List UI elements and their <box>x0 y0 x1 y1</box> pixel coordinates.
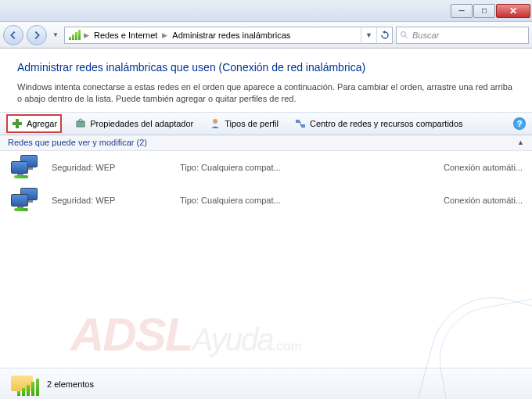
svg-rect-8 <box>301 124 305 128</box>
svg-line-1 <box>405 35 408 38</box>
svg-line-9 <box>300 121 301 126</box>
chevron-right-icon: ▶ <box>160 31 169 39</box>
forward-button[interactable] <box>27 25 47 45</box>
search-placeholder: Buscar <box>412 31 439 40</box>
adapter-icon <box>74 117 87 130</box>
add-label: Agregar <box>27 119 57 128</box>
connection-value: Conexión automáti... <box>347 196 523 205</box>
close-button[interactable]: ✕ <box>496 4 530 18</box>
breadcrumb-current[interactable]: Administrar redes inalámbricas <box>169 31 293 40</box>
type-value: Cualquiera compat... <box>201 196 281 205</box>
status-count: 2 elementos <box>47 379 94 389</box>
list-item[interactable]: Seguridad: WEP Tipo: Cualquiera compat..… <box>0 151 532 184</box>
address-dropdown[interactable]: ▼ <box>361 27 376 43</box>
titlebar: ─ □ ✕ <box>0 0 532 22</box>
refresh-button[interactable] <box>376 27 392 43</box>
page-title: Administrar redes inalámbricas que usen … <box>17 61 515 74</box>
minimize-button[interactable]: ─ <box>451 4 473 18</box>
network-icon <box>294 117 307 130</box>
network-center-button[interactable]: Centro de redes y recursos compartidos <box>291 116 466 131</box>
collapse-icon[interactable]: ▲ <box>517 138 524 146</box>
toolbar: Agregar Propiedades del adaptador Tipos … <box>0 112 532 135</box>
breadcrumb-parent[interactable]: Redes e Internet <box>91 31 160 40</box>
adapter-label: Propiedades del adaptador <box>90 119 193 128</box>
plus-icon <box>11 117 23 130</box>
page-description: Windows intenta conectarse a estas redes… <box>17 81 515 106</box>
type-value: Cualquiera compat... <box>201 163 281 172</box>
navbar: ▼ ▶ Redes e Internet ▶ Administrar redes… <box>0 22 532 49</box>
center-label: Centro de redes y recursos compartidos <box>310 119 463 128</box>
status-bar: 2 elementos <box>0 368 532 399</box>
page-header: Administrar redes inalámbricas que usen … <box>0 49 532 112</box>
search-icon <box>400 31 409 40</box>
network-list: ADSLAyuda.com Seguridad: WEP Tipo: Cualq… <box>0 151 532 354</box>
folder-signal-icon <box>9 372 38 396</box>
security-value: WEP <box>95 196 115 205</box>
search-input[interactable]: Buscar <box>396 27 529 44</box>
security-value: WEP <box>95 163 115 172</box>
back-button[interactable] <box>3 25 23 45</box>
chevron-right-icon: ▶ <box>82 31 91 39</box>
signal-icon <box>66 27 82 43</box>
nav-history-dropdown[interactable]: ▼ <box>50 27 61 43</box>
list-item[interactable]: Seguridad: WEP Tipo: Cualquiera compat..… <box>0 184 532 217</box>
network-computers-icon <box>9 186 41 214</box>
help-button[interactable]: ? <box>513 117 526 130</box>
svg-rect-3 <box>13 122 22 125</box>
maximize-button[interactable]: □ <box>473 4 495 18</box>
group-label: Redes que puede ver y modificar (2) <box>8 138 147 147</box>
adapter-properties-button[interactable]: Propiedades del adaptador <box>71 116 196 131</box>
address-bar[interactable]: ▶ Redes e Internet ▶ Administrar redes i… <box>64 27 393 44</box>
profile-types-button[interactable]: Tipos de perfil <box>206 116 282 131</box>
connection-value: Conexión automáti... <box>347 163 523 172</box>
add-button[interactable]: Agregar <box>6 114 62 133</box>
user-icon <box>209 117 221 130</box>
profile-label: Tipos de perfil <box>225 119 279 128</box>
group-header[interactable]: Redes que puede ver y modificar (2) ▲ <box>0 135 532 151</box>
svg-point-0 <box>401 31 406 36</box>
watermark: ADSLAyuda.com <box>70 307 302 361</box>
svg-point-6 <box>213 119 217 124</box>
svg-rect-7 <box>296 120 300 123</box>
network-computers-icon <box>9 153 41 182</box>
